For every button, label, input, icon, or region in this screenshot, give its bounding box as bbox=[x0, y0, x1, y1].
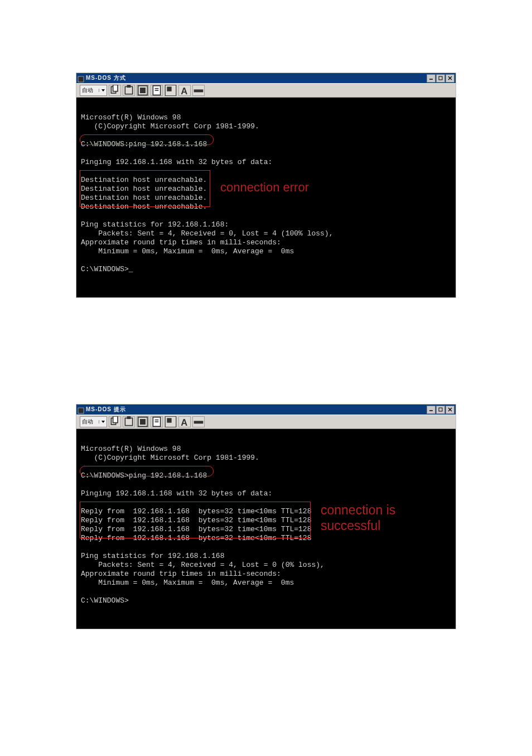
dos-window-error: MS-DOS 方式 自动 A Microsoft(R) Windows 98 (… bbox=[76, 73, 456, 298]
toolbar-button-mark[interactable] bbox=[192, 85, 205, 96]
toolbar-button-fullscreen[interactable] bbox=[137, 416, 149, 427]
maximize-button[interactable] bbox=[436, 74, 445, 83]
svg-text:A: A bbox=[181, 417, 187, 427]
toolbar-button-background[interactable] bbox=[165, 416, 177, 427]
minimize-button[interactable] bbox=[427, 406, 436, 414]
chevron-down-icon bbox=[99, 89, 105, 92]
svg-rect-21 bbox=[439, 408, 442, 411]
svg-rect-2 bbox=[439, 76, 442, 80]
svg-rect-37 bbox=[194, 421, 204, 423]
minimize-button[interactable] bbox=[427, 74, 436, 83]
svg-rect-16 bbox=[167, 86, 171, 91]
fontsize-dropdown[interactable]: 自动 bbox=[80, 416, 107, 427]
highlight-command bbox=[80, 466, 214, 476]
highlight-command bbox=[80, 134, 214, 145]
toolbar-button-properties[interactable] bbox=[151, 416, 163, 427]
highlight-output-block bbox=[80, 502, 311, 538]
dropdown-label: 自动 bbox=[82, 418, 94, 426]
titlebar[interactable]: MS-DOS 方式 bbox=[76, 73, 456, 83]
toolbar: 自动 A bbox=[76, 415, 456, 429]
dos-window-success: MS-DOS 提示 自动 A Microsoft(R) Windows 98 (… bbox=[76, 404, 456, 629]
svg-rect-26 bbox=[113, 416, 118, 423]
dropdown-label: 自动 bbox=[82, 86, 94, 94]
svg-text:A: A bbox=[181, 86, 187, 96]
svg-rect-27 bbox=[125, 418, 132, 425]
annotation-success-line1: connection is bbox=[321, 503, 395, 518]
annotation-error: connection error bbox=[220, 180, 309, 195]
toolbar-button-background[interactable] bbox=[165, 85, 177, 96]
toolbar-button-paste[interactable] bbox=[123, 85, 135, 96]
window-title: MS-DOS 方式 bbox=[86, 74, 126, 82]
maximize-button[interactable] bbox=[436, 406, 445, 414]
toolbar-button-copy[interactable] bbox=[109, 416, 121, 427]
svg-rect-9 bbox=[127, 85, 131, 88]
close-button[interactable] bbox=[446, 74, 454, 83]
toolbar-button-fullscreen[interactable] bbox=[137, 85, 149, 96]
toolbar-button-properties[interactable] bbox=[151, 85, 163, 96]
toolbar-button-font[interactable]: A bbox=[178, 85, 191, 96]
svg-rect-18 bbox=[194, 89, 204, 92]
annotation-success-line2: successful bbox=[321, 518, 380, 533]
app-icon bbox=[78, 406, 84, 413]
app-icon bbox=[78, 75, 84, 81]
svg-rect-11 bbox=[140, 88, 146, 93]
svg-rect-19 bbox=[78, 408, 84, 413]
toolbar: 自动 A bbox=[76, 83, 456, 98]
svg-rect-8 bbox=[125, 86, 132, 94]
toolbar-button-mark[interactable] bbox=[192, 416, 205, 427]
toolbar-button-copy[interactable] bbox=[109, 85, 121, 96]
chevron-down-icon bbox=[99, 420, 105, 423]
highlight-output-block bbox=[80, 170, 210, 207]
close-button[interactable] bbox=[446, 406, 454, 414]
toolbar-button-font[interactable]: A bbox=[178, 416, 191, 427]
svg-marker-24 bbox=[101, 421, 105, 423]
svg-rect-28 bbox=[127, 416, 131, 419]
toolbar-button-paste[interactable] bbox=[123, 416, 135, 427]
svg-rect-0 bbox=[78, 76, 84, 82]
fontsize-dropdown[interactable]: 自动 bbox=[80, 85, 107, 96]
svg-marker-5 bbox=[101, 89, 105, 92]
svg-rect-35 bbox=[167, 418, 171, 422]
svg-rect-30 bbox=[140, 419, 146, 425]
titlebar[interactable]: MS-DOS 提示 bbox=[76, 405, 456, 415]
window-title: MS-DOS 提示 bbox=[86, 406, 126, 413]
svg-rect-7 bbox=[113, 85, 118, 92]
